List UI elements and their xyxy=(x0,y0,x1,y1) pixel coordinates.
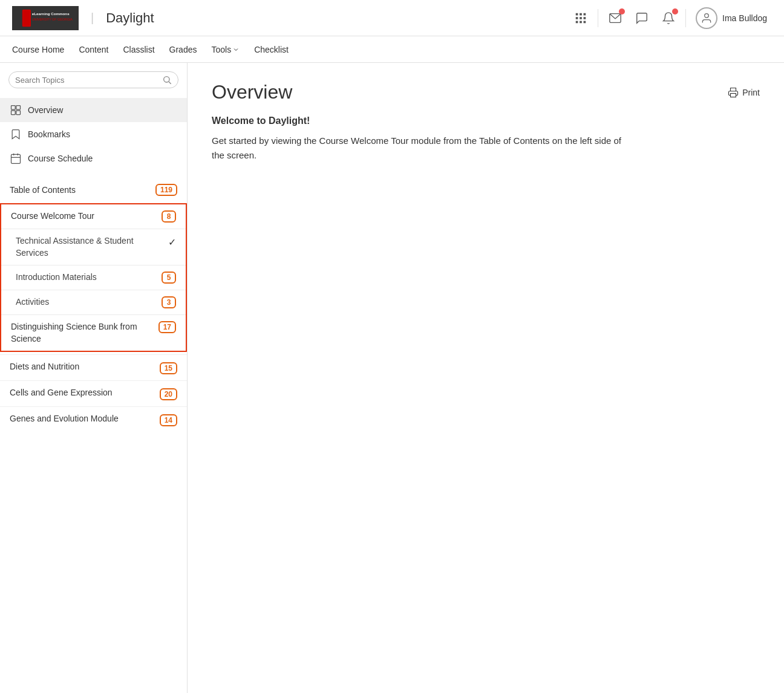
course-welcome-tour-module: Course Welcome Tour 8 Technical Assistan… xyxy=(1,204,186,314)
svg-rect-4 xyxy=(576,13,578,15)
svg-line-16 xyxy=(169,82,171,84)
search-area xyxy=(0,63,187,94)
grid-icon-button[interactable] xyxy=(569,6,593,30)
course-welcome-tour-header[interactable]: Course Welcome Tour 8 xyxy=(1,204,186,229)
distinguishing-science-item[interactable]: Distinguishing Science Bunk from Science… xyxy=(1,314,186,351)
printer-icon xyxy=(728,87,739,98)
activities-badge: 3 xyxy=(162,296,176,308)
logo-area: eLearning Commons UNIVERSITY OF GEORGIA … xyxy=(12,6,154,30)
toc-header: Table of Contents 119 xyxy=(0,179,187,201)
introduction-materials-badge: 5 xyxy=(162,272,176,284)
diets-nutrition-badge: 15 xyxy=(160,362,177,374)
svg-rect-9 xyxy=(584,17,586,19)
activities-item[interactable]: Activities 3 xyxy=(1,290,186,314)
genes-evolution-item[interactable]: Genes and Evolution Module 14 xyxy=(0,406,187,432)
svg-rect-12 xyxy=(584,21,586,23)
cells-gene-item[interactable]: Cells and Gene Expression 20 xyxy=(0,380,187,406)
sidebar: Overview Bookmarks Course Schedule xyxy=(0,63,188,693)
svg-rect-7 xyxy=(576,17,578,19)
technical-assistance-label: Technical Assistance & Student Services xyxy=(16,235,168,259)
mail-badge xyxy=(619,8,625,15)
genes-evolution-label: Genes and Evolution Module xyxy=(10,413,160,425)
mail-icon-button[interactable] xyxy=(603,6,627,30)
search-input[interactable] xyxy=(15,76,158,85)
svg-rect-8 xyxy=(580,17,582,19)
bookmarks-sidebar[interactable]: Bookmarks xyxy=(0,122,187,146)
chat-icon-button[interactable] xyxy=(630,6,654,30)
activities-label: Activities xyxy=(16,296,162,308)
content-header: Overview Print xyxy=(212,81,760,103)
app-name: Daylight xyxy=(106,10,154,26)
svg-rect-11 xyxy=(580,21,582,23)
svg-rect-1 xyxy=(22,9,31,26)
course-welcome-tour-label: Course Welcome Tour xyxy=(11,210,162,223)
introduction-materials-item[interactable]: Introduction Materials 5 xyxy=(1,265,186,290)
svg-rect-19 xyxy=(11,111,16,115)
header-icons: Ima Bulldog xyxy=(569,5,772,31)
page-title: Overview xyxy=(212,81,292,103)
course-home-nav[interactable]: Course Home xyxy=(12,45,64,54)
user-name: Ima Bulldog xyxy=(722,13,767,23)
checklist-nav[interactable]: Checklist xyxy=(254,45,289,54)
svg-text:UNIVERSITY OF GEORGIA: UNIVERSITY OF GEORGIA xyxy=(32,17,73,21)
overview-sidebar[interactable]: Overview xyxy=(0,98,187,122)
course-welcome-tour-badge: 8 xyxy=(162,210,176,223)
uga-logo-svg: eLearning Commons UNIVERSITY OF GEORGIA xyxy=(18,8,73,28)
genes-evolution-badge: 14 xyxy=(160,414,177,426)
svg-point-14 xyxy=(705,13,709,18)
welcome-text: Get started by viewing the Course Welcom… xyxy=(212,134,635,163)
calendar-icon xyxy=(10,152,22,164)
nav-bar: Course Home Content Classlist Grades Too… xyxy=(0,36,784,63)
main-content: Overview Print Welcome to Daylight! Get … xyxy=(188,63,784,693)
distinguishing-science-badge: 17 xyxy=(158,321,176,333)
distinguishing-science-label: Distinguishing Science Bunk from Science xyxy=(11,321,158,345)
bell-badge xyxy=(672,8,678,15)
content-nav[interactable]: Content xyxy=(79,45,108,54)
logo-divider: | xyxy=(91,11,94,25)
svg-rect-17 xyxy=(11,106,16,110)
overview-label: Overview xyxy=(28,105,63,115)
svg-rect-18 xyxy=(16,106,21,110)
svg-rect-21 xyxy=(11,154,21,163)
cells-gene-label: Cells and Gene Expression xyxy=(10,387,160,399)
print-button[interactable]: Print xyxy=(728,87,760,98)
chevron-down-icon xyxy=(232,46,240,53)
toc-count-badge: 119 xyxy=(155,184,177,196)
toc-label: Table of Contents xyxy=(10,185,76,195)
course-schedule-sidebar[interactable]: Course Schedule xyxy=(0,146,187,171)
bell-icon-button[interactable] xyxy=(656,6,681,30)
classlist-nav[interactable]: Classlist xyxy=(123,45,154,54)
course-schedule-label: Course Schedule xyxy=(28,154,93,163)
technical-assistance-item[interactable]: Technical Assistance & Student Services … xyxy=(1,229,186,265)
bookmarks-label: Bookmarks xyxy=(28,129,70,139)
welcome-title: Welcome to Daylight! xyxy=(212,116,760,126)
grid-icon xyxy=(574,11,587,25)
check-icon: ✓ xyxy=(168,236,176,248)
header-divider-2 xyxy=(685,9,686,27)
svg-point-15 xyxy=(164,77,169,82)
search-input-wrap[interactable] xyxy=(8,71,178,88)
header-divider-1 xyxy=(598,9,598,27)
cells-gene-badge: 20 xyxy=(160,388,177,400)
user-area[interactable]: Ima Bulldog xyxy=(691,5,772,31)
diets-nutrition-item[interactable]: Diets and Nutrition 15 xyxy=(0,354,187,380)
highlighted-modules-container: Course Welcome Tour 8 Technical Assistan… xyxy=(0,203,187,352)
chat-icon xyxy=(635,11,648,25)
main-layout: Overview Bookmarks Course Schedule xyxy=(0,63,784,693)
search-icon xyxy=(162,75,172,85)
svg-rect-10 xyxy=(576,21,578,23)
introduction-materials-label: Introduction Materials xyxy=(16,272,162,284)
bookmark-icon xyxy=(10,128,22,140)
overview-icon xyxy=(10,104,22,116)
print-label: Print xyxy=(742,88,760,97)
tools-nav[interactable]: Tools xyxy=(211,45,240,54)
svg-rect-20 xyxy=(16,111,21,115)
toc-section: Table of Contents 119 Course Welcome Tou… xyxy=(0,174,187,437)
sidebar-nav-items: Overview Bookmarks Course Schedule xyxy=(0,94,187,174)
top-header: eLearning Commons UNIVERSITY OF GEORGIA … xyxy=(0,0,784,36)
diets-nutrition-label: Diets and Nutrition xyxy=(10,361,160,373)
svg-rect-5 xyxy=(580,13,582,15)
grades-nav[interactable]: Grades xyxy=(169,45,197,54)
user-icon xyxy=(701,12,713,24)
logo: eLearning Commons UNIVERSITY OF GEORGIA xyxy=(12,6,79,30)
